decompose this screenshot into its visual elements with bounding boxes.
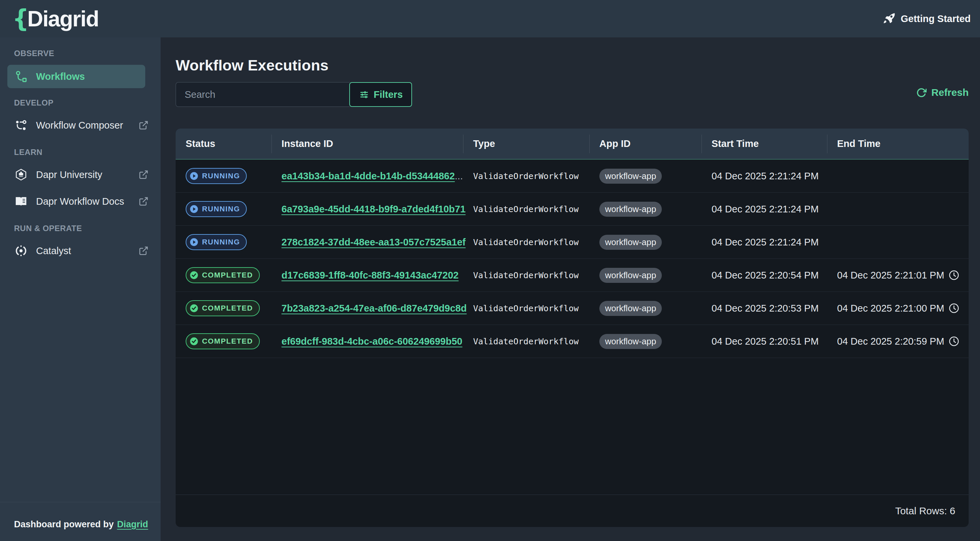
external-link-icon (138, 120, 149, 130)
status-label: COMPLETED (202, 304, 253, 313)
dapr-university-icon (15, 168, 27, 181)
table-row: COMPLETED ef69dcff-983d-4cbc-a06c-606249… (176, 325, 969, 358)
table-row: COMPLETED 7b23a823-a254-47ea-af06-d87e47… (176, 292, 969, 325)
column-header-end-time[interactable]: End Time (827, 129, 969, 159)
instance-id-cell: ea143b34-ba1d-4dde-b14b-d53444862... (272, 160, 463, 193)
status-cell: RUNNING (176, 160, 272, 193)
sidebar-item-workflows[interactable]: Workflows (7, 65, 145, 88)
status-cell: RUNNING (176, 193, 272, 225)
external-link-icon (138, 196, 149, 206)
end-time-cell: 04 Dec 2025 2:21:01 PM (827, 259, 969, 291)
sidebar-item-dapr-workflow-docs[interactable]: Dapr Workflow Docs (0, 190, 161, 212)
app-id-cell: workflow-app (589, 292, 702, 325)
app-id-pill: workflow-app (599, 334, 662, 349)
app-id-pill: workflow-app (599, 169, 662, 184)
start-time-cell: 04 Dec 2025 2:20:53 PM (702, 292, 827, 325)
app-id-pill: workflow-app (599, 202, 662, 217)
instance-id-link[interactable]: 278c1824-37dd-48ee-aa13-057c7525a1ef (282, 237, 465, 248)
clock-icon (948, 302, 959, 314)
status-label: RUNNING (202, 238, 240, 247)
logo-brace-icon: { (12, 6, 29, 31)
column-header-type[interactable]: Type (463, 129, 589, 159)
filters-button[interactable]: Filters (349, 82, 412, 107)
instance-id-cell: ef69dcff-983d-4cbc-a06c-606249699b50... (272, 325, 463, 358)
start-time-cell: 04 Dec 2025 2:20:54 PM (702, 259, 827, 291)
total-rows-label: Total Rows: 6 (895, 505, 955, 517)
table-row: RUNNING ea143b34-ba1d-4dde-b14b-d5344486… (176, 160, 969, 193)
toolbar: Filters Refresh (176, 82, 969, 107)
instance-id-link[interactable]: d17c6839-1ff8-40fc-88f3-49143ac47202 (282, 270, 458, 281)
instance-id-link[interactable]: ef69dcff-983d-4cbc-a06c-606249699b50 (282, 336, 463, 347)
status-cell: COMPLETED (176, 325, 272, 358)
type-cell: ValidateOrderWorkflow (463, 325, 589, 358)
end-time-value: 04 Dec 2025 2:21:00 PM (837, 303, 944, 314)
start-time-cell: 04 Dec 2025 2:21:24 PM (702, 193, 827, 225)
end-time-value: 04 Dec 2025 2:21:01 PM (837, 270, 944, 281)
diagrid-logo[interactable]: { Diagrid (12, 7, 99, 30)
diagrid-footer-link[interactable]: Diagrid (117, 519, 148, 530)
workflow-icon (15, 70, 27, 83)
sidebar-item-dapr-university[interactable]: Dapr University (0, 164, 161, 186)
workflow-table-card: Status Instance ID Type App ID Start Tim… (176, 129, 969, 527)
table-row: RUNNING 6a793a9e-45dd-4418-b9f9-a7ded4f1… (176, 193, 969, 226)
type-cell: ValidateOrderWorkflow (463, 193, 589, 225)
external-link-icon (138, 170, 149, 180)
truncation-ellipsis: ... (455, 171, 463, 182)
check-circle-icon (189, 337, 199, 346)
app-id-cell: workflow-app (589, 226, 702, 258)
instance-id-link[interactable]: ea143b34-ba1d-4dde-b14b-d53444862 (282, 171, 455, 182)
table-footer: Total Rows: 6 (176, 495, 969, 527)
column-header-start-time[interactable]: Start Time (702, 129, 827, 159)
status-badge: RUNNING (186, 234, 247, 250)
clock-icon (948, 269, 959, 281)
sidebar-item-workflow-composer[interactable]: Workflow Composer (0, 114, 161, 136)
status-badge: COMPLETED (186, 333, 260, 349)
table-row: RUNNING 278c1824-37dd-48ee-aa13-057c7525… (176, 226, 969, 259)
app-id-cell: workflow-app (589, 325, 702, 358)
rocket-icon (883, 12, 896, 25)
check-circle-icon (189, 304, 199, 313)
status-badge: RUNNING (186, 201, 247, 217)
catalyst-icon (15, 245, 27, 257)
end-time-cell: 04 Dec 2025 2:21:00 PM (827, 292, 969, 325)
app-root: { Diagrid Getting Started OBSERVE Workfl… (0, 0, 980, 541)
app-id-pill: workflow-app (599, 301, 662, 316)
sidebar-item-label: Catalyst (36, 245, 130, 256)
sidebar-section-learn: LEARN (0, 148, 161, 157)
status-cell: COMPLETED (176, 292, 272, 325)
powered-by-text: Dashboard powered by (14, 519, 114, 530)
app-id-pill: workflow-app (599, 268, 662, 283)
status-label: COMPLETED (202, 271, 253, 280)
column-header-instance-id[interactable]: Instance ID (272, 129, 463, 159)
getting-started-label: Getting Started (901, 13, 970, 24)
play-circle-icon (189, 204, 199, 214)
status-label: RUNNING (202, 172, 240, 180)
main-content: Workflow Executions Filters Refresh (161, 37, 980, 541)
column-header-app-id[interactable]: App ID (589, 129, 702, 159)
sidebar-item-label: Workflow Composer (36, 120, 130, 131)
refresh-button[interactable]: Refresh (916, 87, 969, 98)
status-cell: RUNNING (176, 226, 272, 258)
instance-id-link[interactable]: 7b23a823-a254-47ea-af06-d87e479d9c8d (282, 303, 467, 314)
top-header: { Diagrid Getting Started (0, 0, 980, 37)
type-cell: ValidateOrderWorkflow (463, 292, 589, 325)
table-row: COMPLETED d17c6839-1ff8-40fc-88f3-49143a… (176, 259, 969, 292)
instance-id-link[interactable]: 6a793a9e-45dd-4418-b9f9-a7ded4f10b71 (282, 204, 465, 215)
clock-icon (948, 336, 959, 347)
sidebar-item-label: Workflows (36, 71, 141, 82)
search-input[interactable] (176, 82, 350, 107)
sidebar-footer: Dashboard powered by Diagrid (0, 502, 161, 541)
external-link-icon (138, 246, 149, 256)
app-id-cell: workflow-app (589, 193, 702, 225)
type-cell: ValidateOrderWorkflow (463, 226, 589, 258)
getting-started-button[interactable]: Getting Started (883, 12, 970, 25)
end-time-cell: 04 Dec 2025 2:20:59 PM (827, 325, 969, 358)
sidebar-item-label: Dapr University (36, 169, 130, 180)
sidebar-item-catalyst[interactable]: Catalyst (0, 240, 161, 262)
end-time-cell (827, 226, 969, 258)
refresh-label: Refresh (931, 87, 969, 98)
app-id-pill: workflow-app (599, 235, 662, 250)
column-header-status[interactable]: Status (176, 129, 272, 159)
book-icon (15, 195, 27, 208)
sidebar: OBSERVE Workflows DEVELOP Workflow Compo… (0, 37, 161, 541)
